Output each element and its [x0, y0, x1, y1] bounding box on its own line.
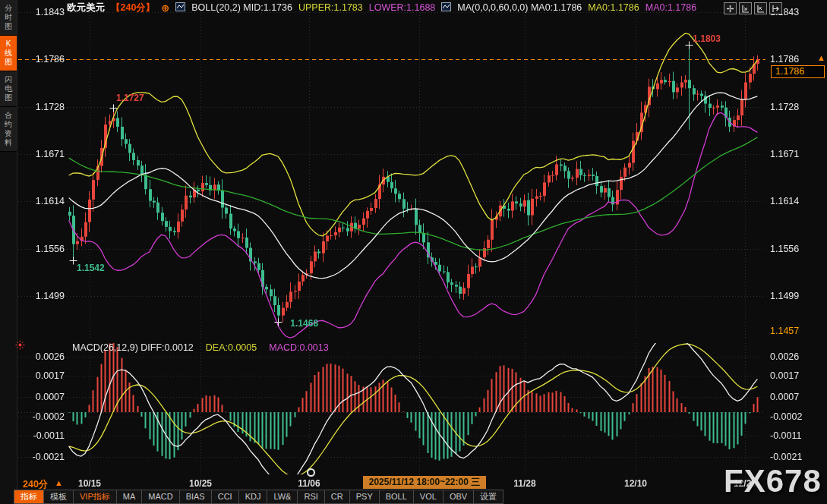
macd-tick-right-4: -0.0011 — [770, 430, 801, 441]
macd-tick-left-2: 0.0007 — [22, 392, 65, 402]
boll-lower-value: LOWER:1.1688 — [369, 2, 436, 13]
price-tick-right-4: 1.1614 — [770, 196, 799, 206]
indicator-tab-bar: 指标模板VIP指标MAMACDBIASCCIKDJLW&RSICRPSYBOLL… — [14, 490, 503, 504]
macd-bar-value: MACD:0.0013 — [269, 342, 329, 353]
axis-zoom-in-icon[interactable] — [739, 2, 752, 14]
price-mark-1.1468: 1.1468 — [290, 318, 318, 329]
macd-tick-left-4: -0.0011 — [22, 430, 65, 441]
watermark: FX678 — [724, 463, 822, 499]
sidebar-item-3[interactable]: 合约资料 — [0, 107, 17, 152]
price-tick-left-3: 1.1671 — [22, 149, 65, 159]
tab-指标[interactable]: 指标 — [14, 490, 44, 504]
ma-value-magenta: MA0:1.1786 — [646, 2, 696, 13]
tab-LW&[interactable]: LW& — [267, 490, 298, 504]
price-mark-1.1542: 1.1542 — [77, 263, 105, 273]
ma-indicator-icon[interactable] — [441, 2, 451, 14]
tab-BIAS[interactable]: BIAS — [180, 490, 212, 504]
price-tick-left-5: 1.1556 — [22, 244, 65, 254]
sidebar-item-0[interactable]: 分时图 — [0, 0, 17, 36]
macd-tick-right-2: 0.0007 — [770, 392, 799, 402]
macd-tick-left-3: -0.0002 — [22, 411, 65, 422]
chart-app: 分时图K线图闪电图合约资料 欧元美元 【240分】 ⊕ BOLL(20,2) M… — [0, 0, 827, 504]
macd-tick-left-1: 0.0017 — [22, 370, 65, 381]
date-label-0: 10/15 — [78, 478, 101, 489]
axis-zoom-out-icon[interactable] — [754, 2, 767, 14]
sidebar-item-2[interactable]: 闪电图 — [0, 71, 17, 107]
symbol-name[interactable]: 欧元美元 — [67, 2, 105, 14]
tab-CCI[interactable]: CCI — [212, 490, 239, 504]
legend-bar: 欧元美元 【240分】 ⊕ BOLL(20,2) MID:1.1736 UPPE… — [67, 2, 696, 14]
macd-tick-right-5: -0.0021 — [770, 452, 802, 462]
macd-dea-value: DEA:0.0005 — [206, 342, 257, 353]
price-tick-left-0: 1.1843 — [22, 7, 65, 17]
tab-MA[interactable]: MA — [117, 490, 143, 504]
sidebar-item-1[interactable]: K线图 — [0, 36, 17, 71]
tab-RSI[interactable]: RSI — [298, 490, 324, 504]
price-tick-right-2: 1.1728 — [770, 102, 799, 112]
tab-BOLL[interactable]: BOLL — [380, 490, 414, 504]
date-label-3: 11/28 — [513, 478, 535, 489]
price-mark-1.1803: 1.1803 — [693, 33, 721, 44]
price-tick-right-5: 1.1556 — [770, 244, 799, 254]
macd-diff-value: MACD(26,12,9) DIFF:0.0012 — [72, 342, 194, 353]
hot-indicator-icon[interactable] — [14, 339, 26, 354]
tab-KDJ[interactable]: KDJ — [239, 490, 268, 504]
ma-values: MA(0,0,0,60,0,0) MA0:1.1786 — [457, 2, 582, 13]
add-indicator-icon[interactable]: ⊕ — [161, 2, 169, 14]
crosshair-icon[interactable] — [724, 2, 737, 14]
tab-VIP指标[interactable]: VIP指标 — [74, 490, 117, 504]
boll-values: BOLL(20,2) MID:1.1736 — [191, 2, 292, 13]
tab-OBV[interactable]: OBV — [443, 490, 474, 504]
tab-PSY[interactable]: PSY — [350, 490, 380, 504]
price-tick-left-6: 1.1499 — [22, 291, 65, 301]
date-label-2: 11/06 — [298, 478, 320, 489]
period-label[interactable]: 【240分】 — [111, 2, 155, 14]
price-low-tag: 1.1457 — [770, 326, 799, 336]
crosshair-dot-icon — [307, 468, 315, 477]
price-tick-left-1: 1.1786 — [22, 54, 65, 65]
price-tick-right-6: 1.1499 — [770, 291, 799, 301]
macd-tick-left-0: 0.0026 — [22, 351, 65, 362]
ma-value-yellow: MA0:1.1786 — [588, 2, 639, 13]
boll-indicator-icon[interactable] — [175, 2, 185, 14]
macd-header: MACD(26,12,9) DIFF:0.0012 DEA:0.0005 MAC… — [72, 342, 329, 353]
export-icon[interactable] — [769, 2, 782, 14]
current-price-tag: 1.1786 — [771, 65, 825, 78]
date-label-4: 12/10 — [624, 478, 647, 489]
sidebar: 分时图K线图闪电图合约资料 — [0, 0, 17, 504]
crosshair-date-tag: 2025/11/12 18:00~22:00 三 — [363, 476, 486, 489]
chart-toolbar — [724, 2, 782, 14]
tab-MACD[interactable]: MACD — [142, 490, 179, 504]
tab-CR[interactable]: CR — [325, 490, 350, 504]
footer-period-arrow-icon[interactable]: ▲ — [55, 478, 63, 487]
price-tick-left-2: 1.1728 — [22, 102, 65, 112]
macd-tick-left-5: -0.0021 — [22, 452, 65, 462]
chart-canvas[interactable] — [0, 0, 827, 504]
tab-设置[interactable]: 设置 — [474, 490, 503, 504]
new-high-arrow-icon: ▲ — [817, 53, 825, 62]
macd-tick-right-1: 0.0017 — [770, 370, 799, 381]
price-tick-right-3: 1.1671 — [770, 149, 799, 159]
tab-模板[interactable]: 模板 — [44, 490, 74, 504]
tab-VOL[interactable]: VOL — [414, 490, 443, 504]
price-tick-left-4: 1.1614 — [22, 196, 65, 206]
price-tick-right-1: 1.1786 — [770, 54, 799, 65]
macd-tick-right-0: 0.0026 — [770, 351, 799, 362]
macd-tick-right-3: -0.0002 — [770, 411, 802, 422]
date-label-1: 10/25 — [189, 478, 212, 489]
price-mark-1.1727: 1.1727 — [116, 93, 144, 103]
boll-upper-value: UPPER:1.1783 — [298, 2, 363, 13]
